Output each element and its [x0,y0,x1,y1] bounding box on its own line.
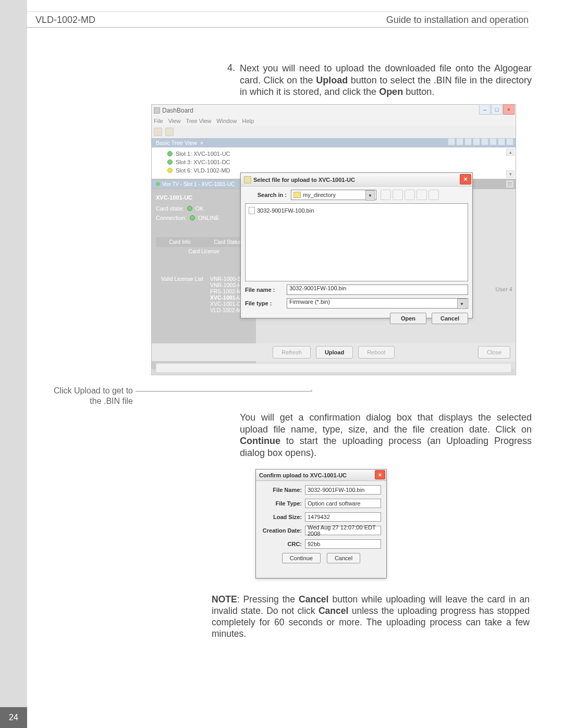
view-icon[interactable] [473,138,480,145]
confirm-dialog: Confirm upload to XVC-1001-UC × File Nam… [255,469,387,578]
toolbar-icon[interactable] [165,128,174,136]
menu-window[interactable]: Window [216,118,237,124]
header-right: Guide to installation and operation [386,15,529,26]
file-item[interactable]: 3032-9001FW-100.bin [249,207,464,214]
menu-treeview[interactable]: Tree View [186,118,211,124]
folder-icon [293,192,301,198]
menu-bar[interactable]: File View Tree View Window Help [152,116,516,126]
new-folder-icon[interactable] [405,190,415,200]
t: : Pressing the [237,594,299,604]
toolbar [152,126,516,138]
close-icon[interactable]: × [460,174,471,184]
close-button[interactable]: Close [478,346,510,359]
view-icon[interactable] [506,138,513,145]
search-row: Search in : my_directory [241,187,472,203]
tree-slot-item[interactable]: Slot 1: XVC-1001-UC [167,150,500,158]
filename-value: 3032-9001FW-100.bin [305,485,381,495]
open-button[interactable]: Open [390,313,426,324]
status-dot-icon [167,151,173,156]
filetype-label: File type : [245,300,283,306]
file-list[interactable]: 3032-9001FW-100.bin [245,203,468,281]
license-list: Valid License List VNR-1000-SD VNR-1000-… [156,276,252,313]
note-paragraph: NOTE: Pressing the Cancel button while u… [212,594,530,640]
cancel-button[interactable]: Cancel [327,553,360,563]
user-label: User 4 [496,286,512,292]
open-word: Open [379,87,403,97]
card-state-value: OK [195,204,204,213]
reboot-button[interactable]: Reboot [358,346,394,359]
dashboard-window: DashBoard – □ × File View Tree View Wind… [151,104,516,375]
menu-file[interactable]: File [154,118,163,124]
view-icon[interactable] [481,138,488,145]
page-header: VLD-1002-MD Guide to installation and op… [35,15,529,26]
search-label: Search in : [245,192,287,198]
tab-card-license[interactable]: Card License [156,247,252,256]
t: button. [403,87,434,97]
cancel-word: Cancel [319,606,348,616]
header-left: VLD-1002-MD [35,15,95,26]
tab-active[interactable]: Vox TV - Slot 1 - XVC-1001-UC × [152,180,248,188]
view-icon[interactable] [498,138,505,145]
upload-button[interactable]: Upload [316,346,353,359]
list-view-icon[interactable] [417,190,427,200]
file-name: 3032-9001FW-100.bin [257,207,314,214]
filetype-label: File Type: [261,500,305,507]
cancel-word: Cancel [299,594,328,604]
callout-text: Click Upload to get to the .BIN file [52,386,133,406]
step-number: 4. [227,63,235,73]
confirm-title: Confirm upload to XVC-1001-UC [259,472,347,478]
scroll-down-icon[interactable]: ▾ [506,170,515,178]
creationdate-label: Creation Date: [261,527,305,534]
view-icon[interactable] [464,138,472,145]
slot-label: Slot 1: XVC-1001-UC [176,150,230,158]
note-lead: NOTE [212,594,237,604]
view-icon[interactable] [448,138,455,145]
window-titlebar[interactable]: DashBoard – □ × [152,105,516,116]
toolbar-icon[interactable] [154,128,162,136]
confirm-titlebar[interactable]: Confirm upload to XVC-1001-UC × [256,470,386,481]
status-dot-icon [167,159,173,165]
t: You will get a confirmation dialog box t… [240,412,532,435]
folder-icon [244,176,251,183]
filename-label: File name : [245,287,283,293]
search-dropdown[interactable]: my_directory [291,190,376,200]
cancel-button[interactable]: Cancel [432,313,468,324]
continue-button[interactable]: Continue [282,553,321,563]
tree-slot-item[interactable]: Slot 3: XVC-1001-DC [167,158,500,166]
license-list-label: Valid License List [161,276,203,282]
tab-max-icon[interactable]: □ [506,180,513,188]
file-dialog: Select file for upload to XVC-1001-UC × … [240,172,473,318]
header-rule [27,27,529,28]
continue-word: Continue [240,436,280,446]
status-bar [156,363,511,373]
slot-label: Slot 6: VLD-1002-MD [176,166,230,175]
status-dot-icon [187,206,192,211]
close-icon[interactable]: × [375,470,385,479]
step-text: Next you will need to upload the downloa… [240,63,532,98]
window-close-button[interactable]: × [503,104,515,115]
menu-help[interactable]: Help [242,118,254,124]
search-value: my_directory [303,192,336,198]
view-icon[interactable] [456,138,463,145]
page-number: 24 [0,707,27,728]
detail-view-icon[interactable] [429,190,439,200]
view-icon[interactable] [489,138,497,145]
menu-view[interactable]: View [168,118,181,124]
tree-view-label: Basic Tree View [156,140,197,146]
loadsize-value: 1479432 [305,512,381,522]
tab-card-info[interactable]: Card Info [156,237,204,247]
file-dialog-titlebar[interactable]: Select file for upload to XVC-1001-UC × [241,173,472,187]
window-maximize-button[interactable]: □ [491,104,503,115]
status-dot-icon [156,182,160,186]
window-minimize-button[interactable]: – [479,104,491,115]
card-state-label: Card state: [156,204,184,213]
refresh-button[interactable]: Refresh [273,346,311,359]
home-icon[interactable] [393,190,403,200]
window-title: DashBoard [162,107,193,114]
filetype-select[interactable]: Firmware (*.bin) [287,298,468,309]
bottom-button-bar: Refresh Upload Reboot Close [152,343,516,361]
filename-input[interactable]: 3032-9001FW-100.bin [287,285,468,295]
scroll-up-icon[interactable]: ▴ [506,149,515,156]
nav-up-icon[interactable] [381,190,391,200]
app-icon [154,107,160,114]
